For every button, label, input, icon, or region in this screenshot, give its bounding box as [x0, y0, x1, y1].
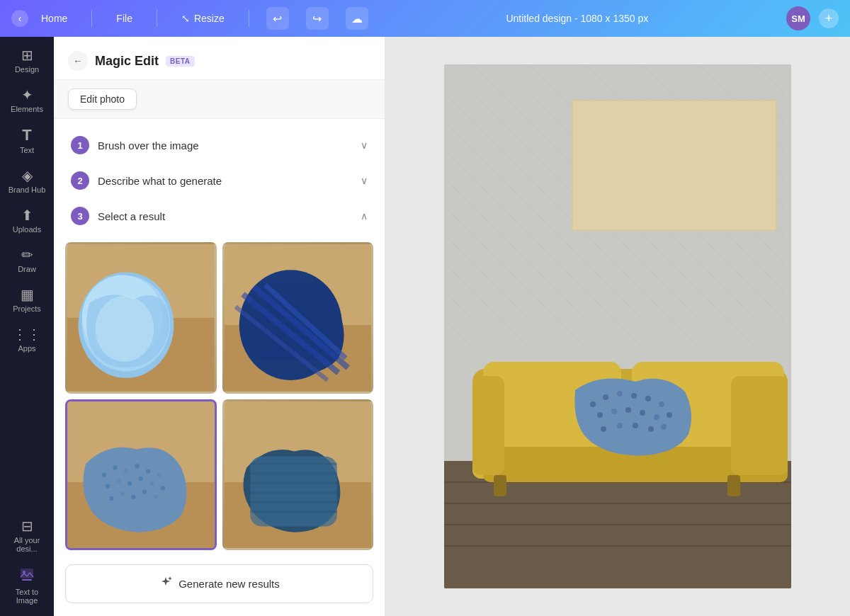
svg-point-115 — [590, 401, 596, 407]
file-button[interactable]: File — [109, 10, 140, 27]
home-button[interactable]: Home — [34, 10, 74, 27]
svg-rect-113 — [494, 475, 506, 496]
svg-point-31 — [120, 491, 125, 496]
beta-badge: BETA — [166, 56, 194, 67]
sidebar-item-draw[interactable]: ✏ Draw — [3, 242, 51, 279]
generate-button[interactable]: Generate new results — [65, 564, 373, 603]
sidebar-item-projects[interactable]: ▦ Projects — [3, 282, 51, 319]
svg-point-34 — [153, 494, 157, 498]
svg-point-130 — [648, 426, 654, 432]
step-1-chevron: ∨ — [361, 139, 368, 151]
apps-icon: ⋮⋮ — [13, 327, 41, 341]
step-1-num: 1 — [71, 136, 89, 154]
sidebar-label-brand-hub: Brand Hub — [8, 186, 46, 194]
svg-point-116 — [603, 394, 608, 400]
svg-rect-100 — [573, 101, 776, 229]
svg-point-125 — [640, 410, 645, 416]
svg-point-118 — [631, 393, 637, 399]
panel-header: ← Magic Edit BETA — [54, 37, 385, 80]
sidebar-item-text[interactable]: T Text — [3, 122, 51, 160]
generate-area: Generate new results — [54, 559, 385, 612]
sidebar-item-text-to-image[interactable]: Text to Image — [3, 561, 51, 610]
edit-photo-tab-area: Edit photo — [54, 80, 385, 119]
svg-rect-114 — [727, 475, 740, 496]
step-1-row[interactable]: 1 Brush over the image ∨ — [65, 127, 373, 163]
step-2-chevron: ∨ — [361, 175, 368, 186]
svg-point-121 — [667, 412, 672, 418]
svg-point-18 — [102, 472, 106, 477]
document-title: Untitled design - 1080 x 1350 px — [385, 13, 769, 24]
svg-point-28 — [149, 481, 154, 486]
sidebar-item-apps[interactable]: ⋮⋮ Apps — [3, 321, 51, 358]
result-thumb-2[interactable] — [222, 242, 374, 394]
edit-photo-tab[interactable]: Edit photo — [68, 89, 137, 110]
svg-point-27 — [139, 476, 143, 480]
step-1-label: Brush over the image — [98, 139, 352, 152]
topbar-divider-3 — [249, 10, 249, 27]
svg-point-124 — [625, 407, 631, 413]
brand-hub-icon: ◈ — [22, 169, 33, 183]
sidebar-label-text-to-image: Text to Image — [6, 588, 48, 605]
svg-rect-2 — [22, 579, 32, 581]
svg-point-33 — [142, 489, 147, 494]
sidebar-label-uploads: Uploads — [13, 225, 41, 234]
svg-point-32 — [131, 494, 135, 498]
sidebar-label-elements: Elements — [11, 105, 43, 113]
result-thumb-1[interactable] — [65, 242, 217, 394]
step-3-label: Select a result — [98, 210, 352, 222]
undo-button[interactable]: ↩ — [266, 7, 289, 30]
topbar-divider-1 — [91, 10, 92, 27]
generate-label: Generate new results — [178, 578, 280, 590]
resize-icon: ⤡ — [181, 13, 190, 24]
svg-point-20 — [124, 469, 128, 473]
magic-edit-panel: ← Magic Edit BETA Edit photo 1 Brush ove… — [54, 37, 385, 616]
text-to-image-icon — [19, 567, 35, 585]
panel-title: Magic Edit — [95, 54, 159, 69]
step-2-label: Describe what to generate — [98, 175, 352, 187]
sidebar-item-brand-hub[interactable]: ◈ Brand Hub — [3, 163, 51, 200]
svg-rect-111 — [472, 376, 504, 475]
svg-point-26 — [128, 481, 132, 486]
main-layout: ⊞ Design ✦ Elements T Text ◈ Brand Hub ⬆… — [0, 37, 850, 616]
svg-point-19 — [113, 465, 117, 469]
svg-point-21 — [135, 464, 139, 468]
redo-button[interactable]: ↪ — [306, 7, 329, 30]
svg-rect-112 — [731, 376, 788, 475]
back-button[interactable]: ← — [68, 51, 88, 71]
svg-point-8 — [95, 296, 154, 362]
sidebar-item-all-designs[interactable]: ⊟ All your desi... — [3, 513, 51, 559]
svg-point-23 — [157, 472, 162, 477]
avatar[interactable]: SM — [786, 6, 810, 30]
topbar-divider-2 — [157, 10, 157, 27]
sidebar-label-text: Text — [20, 146, 34, 154]
result-thumb-3[interactable] — [65, 399, 217, 551]
svg-point-120 — [659, 401, 664, 407]
cloud-save-button[interactable]: ☁ — [346, 7, 368, 30]
projects-icon: ▦ — [21, 287, 34, 302]
sidebar-label-apps: Apps — [18, 344, 35, 353]
resize-button[interactable]: ⤡ Resize — [174, 10, 232, 27]
nav-arrow-back[interactable]: ‹ — [11, 10, 28, 27]
svg-point-129 — [633, 423, 638, 428]
uploads-icon: ⬆ — [21, 208, 33, 222]
step-3-row[interactable]: 3 Select a result ∧ — [65, 198, 373, 234]
canvas-area — [385, 37, 850, 616]
share-button[interactable]: + — [819, 8, 839, 28]
topbar: ‹ Home File ⤡ Resize ↩ ↪ ☁ Untitled desi… — [0, 0, 850, 37]
sidebar-item-uploads[interactable]: ⬆ Uploads — [3, 203, 51, 239]
design-icon: ⊞ — [21, 48, 33, 62]
topbar-nav: ‹ Home — [11, 10, 74, 27]
sidebar-item-elements[interactable]: ✦ Elements — [3, 82, 51, 119]
svg-point-123 — [611, 409, 617, 414]
text-icon: T — [22, 127, 31, 143]
result-thumb-4[interactable] — [222, 399, 374, 551]
svg-point-119 — [645, 396, 651, 401]
svg-point-126 — [654, 414, 659, 420]
step-2-num: 2 — [71, 171, 89, 190]
step-2-row[interactable]: 2 Describe what to generate ∨ — [65, 163, 373, 198]
sidebar-label-design: Design — [15, 65, 39, 74]
sidebar-label-projects: Projects — [13, 304, 41, 313]
sidebar-item-design[interactable]: ⊞ Design — [3, 42, 51, 79]
draw-icon: ✏ — [21, 248, 33, 262]
svg-point-25 — [117, 478, 121, 482]
